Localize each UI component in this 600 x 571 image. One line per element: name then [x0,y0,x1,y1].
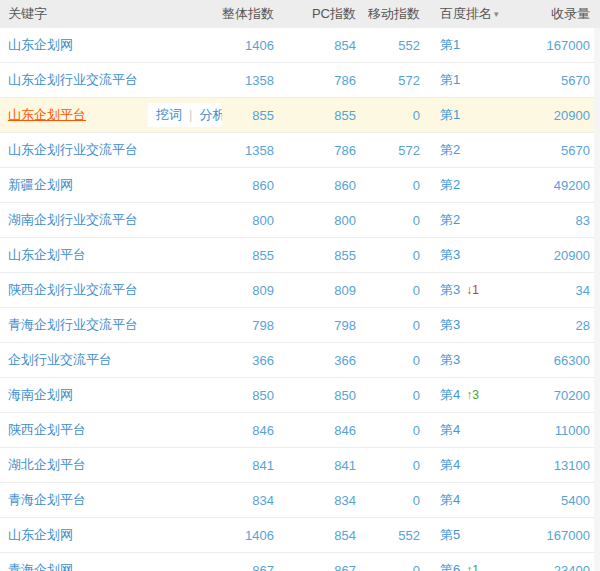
table-row: 山东企划平台 855 855 0 第3 20900 [0,238,600,273]
mobile-index-cell: 0 [356,168,420,203]
pc-index-cell: 834 [274,483,356,518]
overall-index-cell: 846 [222,413,274,448]
pc-index-cell: 846 [274,413,356,448]
rank-change-value: 1 [472,283,479,297]
mobile-index-cell: 0 [356,203,420,238]
keyword-link[interactable]: 湖北企划平台 [8,457,86,472]
baidu-rank-cell: 第3↓1 [420,273,532,308]
keyword-cell: 青海企划平台 [0,483,222,518]
keyword-link[interactable]: 新疆企划网 [8,177,73,192]
keyword-link[interactable]: 山东企划行业交流平台 [8,72,138,87]
baidu-rank-cell: 第4 [420,413,532,448]
rank-value: 第2 [440,212,460,227]
scrollbar-track[interactable] [594,28,600,571]
keyword-link[interactable]: 青海企划平台 [8,492,86,507]
pc-index-cell: 855 [274,238,356,273]
rank-value: 第6 [440,562,460,571]
index-volume-cell: 49200 [532,168,600,203]
actions-divider: | [189,107,192,122]
keyword-rank-panel: 关键字 整体指数▾ PC指数 移动指数 百度排名▾ 收录量 [0,0,600,571]
column-header-baidu-rank[interactable]: 百度排名▾ [420,0,532,28]
overall-index-cell: 1406 [222,518,274,553]
overall-index-cell: 867 [222,553,274,571]
dig-words-link[interactable]: 挖词 [156,107,182,122]
overall-index-cell: 798 [222,308,274,343]
pc-index-cell: 854 [274,28,356,63]
keyword-link[interactable]: 山东企划平台 [8,247,86,262]
rank-value: 第3 [440,282,460,297]
index-volume-cell: 34 [532,273,600,308]
rank-change: ↑1 [466,563,479,571]
overall-index-cell: 1406 [222,28,274,63]
column-header-label: 收录量 [551,6,590,21]
table-row: 山东企划平台 挖词|分析 855 855 0 第1 20900 [0,98,600,133]
sort-desc-icon[interactable]: ▾ [494,9,499,19]
table-row: 山东企划网 1406 854 552 第1 167000 [0,28,600,63]
overall-index-cell: 850 [222,378,274,413]
overall-index-cell: 809 [222,273,274,308]
pc-index-cell: 809 [274,273,356,308]
keyword-cell: 青海企划行业交流平台 [0,308,222,343]
pc-index-cell: 786 [274,133,356,168]
keyword-cell: 山东企划平台 挖词|分析 [0,98,222,133]
pc-index-cell: 800 [274,203,356,238]
keyword-link[interactable]: 企划行业交流平台 [8,352,112,367]
rank-value: 第1 [440,72,460,87]
keyword-link[interactable]: 湖南企划行业交流平台 [8,212,138,227]
keyword-cell: 山东企划网 [0,518,222,553]
rank-change-value: 1 [472,563,479,571]
keyword-cell: 青海企划网 [0,553,222,571]
overall-index-cell: 855 [222,238,274,273]
keyword-link[interactable]: 青海企划网 [8,562,73,571]
rank-change: ↑3 [466,388,479,402]
column-header-overall-index[interactable]: 整体指数▾ [222,0,274,28]
column-header-label: 关键字 [8,6,47,21]
overall-index-cell: 1358 [222,63,274,98]
column-header-label: 整体指数 [222,6,274,21]
keyword-link[interactable]: 海南企划网 [8,387,73,402]
mobile-index-cell: 0 [356,308,420,343]
keyword-cell: 山东企划行业交流平台 [0,63,222,98]
mobile-index-cell: 0 [356,413,420,448]
table-row: 青海企划平台 834 834 0 第4 5400 [0,483,600,518]
baidu-rank-cell: 第2 [420,203,532,238]
keyword-cell: 陕西企划平台 [0,413,222,448]
mobile-index-cell: 0 [356,343,420,378]
baidu-rank-cell: 第1 [420,28,532,63]
mobile-index-cell: 552 [356,518,420,553]
keyword-cell: 山东企划平台 [0,238,222,273]
analyze-link[interactable]: 分析 [199,107,222,122]
keyword-link[interactable]: 陕西企划平台 [8,422,86,437]
baidu-rank-cell: 第6↑1 [420,553,532,571]
keyword-link[interactable]: 山东企划行业交流平台 [8,142,138,157]
index-volume-cell: 83 [532,203,600,238]
table-row: 海南企划网 850 850 0 第4↑3 70200 [0,378,600,413]
index-volume-cell: 5670 [532,133,600,168]
table-header: 关键字 整体指数▾ PC指数 移动指数 百度排名▾ 收录量 [0,0,600,28]
keyword-link[interactable]: 陕西企划行业交流平台 [8,282,138,297]
overall-index-cell: 1358 [222,133,274,168]
keyword-link[interactable]: 山东企划平台 [8,107,86,122]
pc-index-cell: 855 [274,98,356,133]
table-row: 山东企划网 1406 854 552 第5 167000 [0,518,600,553]
baidu-rank-cell: 第5 [420,518,532,553]
rank-value: 第2 [440,142,460,157]
pc-index-cell: 867 [274,553,356,571]
rank-value: 第4 [440,422,460,437]
keyword-link[interactable]: 山东企划网 [8,37,73,52]
table-body: 山东企划网 1406 854 552 第1 167000 山东企划行业交流平台 … [0,28,600,571]
pc-index-cell: 841 [274,448,356,483]
baidu-rank-cell: 第2 [420,133,532,168]
column-header-pc-index: PC指数 [274,0,356,28]
overall-index-cell: 855 [222,98,274,133]
pc-index-cell: 366 [274,343,356,378]
column-header-label: 移动指数 [368,6,420,21]
mobile-index-cell: 0 [356,448,420,483]
table-row: 青海企划网 867 867 0 第6↑1 23400 [0,553,600,571]
baidu-rank-cell: 第3 [420,238,532,273]
keyword-link[interactable]: 山东企划网 [8,527,73,542]
keyword-link[interactable]: 青海企划行业交流平台 [8,317,138,332]
rank-value: 第3 [440,247,460,262]
keyword-cell: 海南企划网 [0,378,222,413]
table-row: 湖南企划行业交流平台 800 800 0 第2 83 [0,203,600,238]
